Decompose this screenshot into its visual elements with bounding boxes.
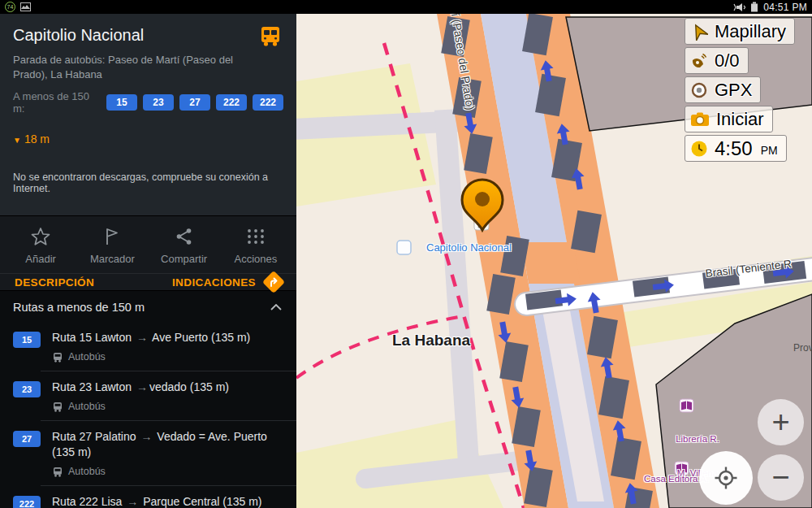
route-type: Autobús (68, 351, 106, 363)
route-type: Autobús (68, 401, 106, 412)
action-label: Acciones (235, 253, 278, 265)
route-destination: Ave Puerto (135 m) (152, 331, 250, 344)
route-badge[interactable]: 222 (253, 94, 283, 111)
screen: 74 04:51 PM (0, 0, 812, 508)
clock-icon (690, 140, 708, 158)
province-label: Prov (793, 342, 812, 354)
route-name: Ruta 27 Palatino (52, 430, 136, 443)
tab-directions-label: INDICACIONES (172, 276, 256, 289)
gpx-recording-widget[interactable]: GPX (685, 76, 761, 103)
route-arrow: → (139, 430, 153, 443)
city-label-la-habana: La Habana (392, 332, 470, 350)
route-row[interactable]: 222 Ruta 222 Lisa → Parque Central (135 … (0, 486, 296, 508)
bus-icon (257, 24, 283, 50)
route-arrow: → (125, 495, 140, 508)
route-number-badge: 222 (13, 496, 41, 508)
star-icon (30, 226, 51, 247)
route-name: Ruta 15 Lawton (52, 331, 132, 344)
route-destination: vedado (135 m) (149, 380, 229, 393)
grid-dots-icon (245, 226, 266, 247)
distance-value: 18 m (24, 132, 50, 145)
route-number-badge: 23 (13, 381, 41, 397)
poi-label-libreria-line1: Librería R. (663, 433, 732, 445)
download-message: No se encontraron descargas, compruebe s… (13, 172, 283, 215)
record-circle-icon (690, 81, 708, 99)
route-arrow: → (135, 331, 149, 344)
routes-header[interactable]: Rutas a menos de 150 m (0, 291, 296, 322)
crosshair-target-icon (714, 466, 738, 490)
add-favorite-button[interactable]: Añadir (5, 226, 76, 265)
route-badge[interactable]: 15 (106, 94, 137, 111)
map-canvas[interactable]: tí (Paseo del Prado) Capitolio Nacional … (296, 14, 812, 508)
bus-small-icon (52, 467, 63, 477)
route-number-badge: 15 (13, 332, 41, 348)
nearby-routes-badges: A menos de 150 m: 15 23 27 222 222 (13, 90, 283, 115)
route-name: Ruta 222 Lisa (52, 495, 122, 508)
clock-widget[interactable]: 4:50 PM (685, 135, 787, 162)
record-label: Iniciar (716, 109, 764, 130)
direction-arrow-icon: ▼ (13, 136, 21, 145)
place-details-panel: Capitolio Nacional Parada de autobús: Pa… (0, 14, 296, 508)
zoom-in-button[interactable]: + (758, 399, 804, 445)
mapillary-label: Mapillary (715, 21, 786, 42)
action-label: Compartir (161, 253, 207, 265)
share-button[interactable]: Compartir (149, 226, 220, 265)
poi-label-capitolio: Capitolio Nacional (426, 241, 512, 254)
tab-description[interactable]: DESCRIPCIÓN (15, 276, 94, 289)
screenshot-icon (20, 2, 31, 11)
bus-small-icon (52, 402, 63, 412)
action-label: Añadir (25, 253, 56, 265)
actions-menu-button[interactable]: Acciones (220, 226, 292, 265)
battery-icon (750, 2, 758, 12)
route-number-badge: 27 (13, 431, 41, 447)
route-arrow: → (135, 380, 149, 393)
status-time: 04:51 PM (763, 2, 807, 13)
route-row[interactable]: 23 Ruta 23 Lawton →vedado (135 m) Autobú… (0, 371, 296, 420)
share-icon (174, 226, 195, 247)
my-location-button[interactable] (699, 451, 753, 505)
routes-section: Rutas a menos de 150 m 15 Ruta 15 Lawton… (0, 290, 296, 508)
action-label: Marcador (90, 253, 135, 265)
bus-small-icon (52, 352, 63, 363)
place-title: Capitolio Nacional (13, 24, 144, 46)
route-badge[interactable]: 23 (143, 94, 174, 111)
route-row[interactable]: 15 Ruta 15 Lawton → Ave Puerto (135 m) A… (0, 322, 296, 371)
nearby-label: A menos de 150 m: (13, 90, 97, 115)
route-badge[interactable]: 222 (216, 94, 247, 111)
marker-button[interactable]: Marcador (76, 226, 148, 265)
mapillary-icon (690, 23, 708, 41)
gps-counter-label: 0/0 (715, 50, 740, 72)
route-type: Autobús (68, 466, 106, 477)
gpx-label: GPX (715, 80, 752, 101)
camera-icon (690, 111, 710, 128)
tab-bar: DESCRIPCIÓN INDICACIONES (0, 273, 296, 290)
gps-info-widget[interactable]: 0/0 (685, 47, 749, 74)
status-bar: 74 04:51 PM (0, 0, 812, 14)
map-widget-stack: Mapillary 0/0 GPX (685, 18, 795, 162)
satellite-dish-icon (690, 52, 708, 70)
distance-row[interactable]: ▼18 m (13, 132, 283, 145)
route-name: Ruta 23 Lawton (52, 380, 132, 393)
action-bar: Añadir Marcador Compartir (0, 215, 296, 273)
battery-app-icon: 74 (5, 2, 15, 12)
flag-icon (102, 226, 123, 247)
chevron-up-icon (270, 304, 282, 310)
route-row[interactable]: 27 Ruta 27 Palatino → Vedado = Ave. Puer… (0, 421, 296, 485)
route-destination: Parque Central (135 m) (143, 495, 261, 508)
routes-header-label: Rutas a menos de 150 m (13, 301, 145, 314)
place-subtitle: Parada de autobús: Paseo de Martí (Paseo… (13, 53, 248, 82)
clock-meridiem: PM (761, 144, 778, 161)
route-badge[interactable]: 27 (179, 94, 210, 111)
photo-record-widget[interactable]: Iniciar (685, 106, 773, 132)
mapillary-widget[interactable]: Mapillary (685, 18, 795, 45)
zoom-out-button[interactable]: − (758, 454, 804, 501)
place-header: Capitolio Nacional Parada de autobús: Pa… (0, 14, 296, 215)
clock-time: 4:50 (715, 137, 753, 160)
poi-empty-icon (397, 241, 411, 254)
tab-directions[interactable]: INDICACIONES (172, 274, 282, 290)
mute-icon (733, 2, 745, 12)
